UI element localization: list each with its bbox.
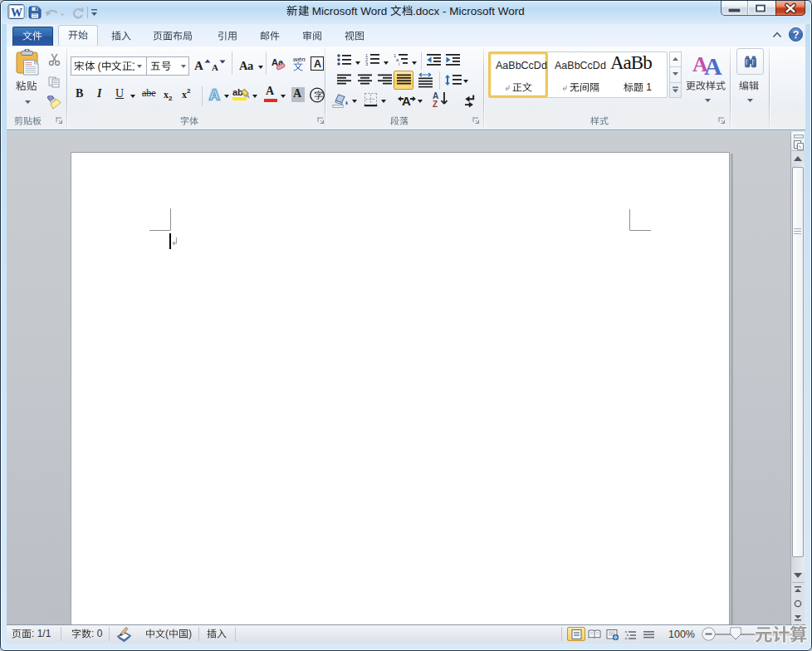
svg-text:Z: Z: [433, 100, 438, 108]
svg-text:W: W: [11, 7, 22, 19]
svg-text:3: 3: [365, 61, 368, 66]
svg-text:A: A: [704, 52, 722, 76]
svg-text:?: ?: [793, 29, 800, 41]
svg-text:A: A: [209, 87, 219, 103]
svg-text:i: i: [399, 61, 399, 66]
svg-text:A: A: [402, 94, 411, 108]
